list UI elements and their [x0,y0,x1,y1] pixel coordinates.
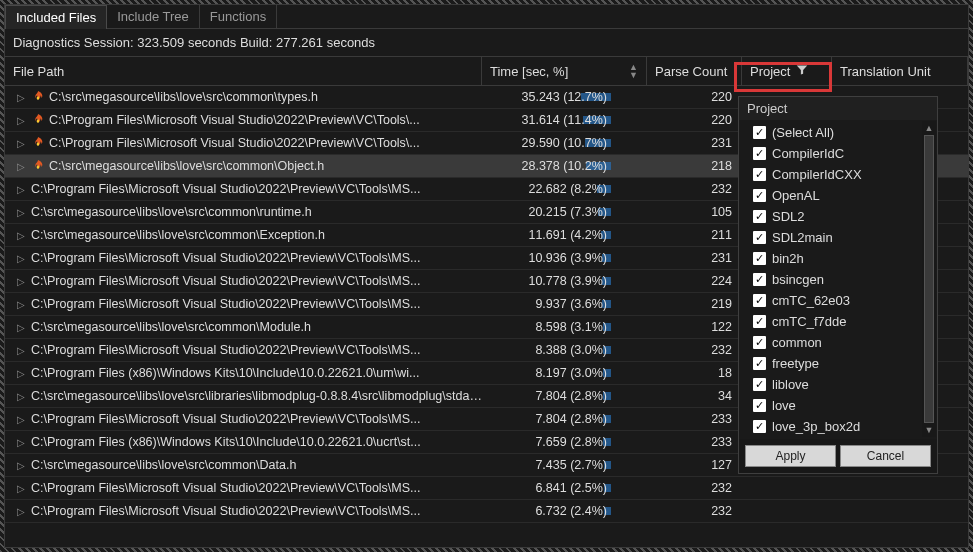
filter-item[interactable]: ✓CompilerIdC [739,143,937,164]
filter-item[interactable]: ✓love_3p_box2d [739,416,937,437]
filter-apply-button[interactable]: Apply [745,445,836,467]
scroll-thumb[interactable] [924,135,934,423]
tab-included-files[interactable]: Included Files [5,5,107,29]
checkbox-icon[interactable]: ✓ [753,210,766,223]
filter-item[interactable]: ✓freetype [739,353,937,374]
parse-count: 122 [647,320,742,334]
expand-icon[interactable]: ▷ [17,115,27,126]
filter-item[interactable]: ✓CompilerIdCXX [739,164,937,185]
filter-scrollbar[interactable]: ▲ ▼ [922,121,936,437]
filter-item-label: SDL2 [772,209,805,224]
checkbox-icon[interactable]: ✓ [753,273,766,286]
header-file-path[interactable]: File Path [5,57,482,85]
filter-item[interactable]: ✓OpenAL [739,185,937,206]
parse-count: 18 [647,366,742,380]
parse-count: 233 [647,412,742,426]
filter-item[interactable]: ✓common [739,332,937,353]
file-path-text: C:\Program Files (x86)\Windows Kits\10\I… [31,366,419,380]
scroll-down-icon[interactable]: ▼ [925,425,934,435]
parse-count: 224 [647,274,742,288]
checkbox-icon[interactable]: ✓ [753,147,766,160]
table-row[interactable]: ▷ C:\Program Files\Microsoft Visual Stud… [5,477,968,500]
filter-item[interactable]: ✓bsincgen [739,269,937,290]
flame-icon [31,136,45,150]
expand-icon[interactable]: ▷ [17,138,27,149]
filter-item-label: (Select All) [772,125,834,140]
filter-item[interactable]: ✓(Select All) [739,122,937,143]
parse-count: 105 [647,205,742,219]
time-value: 28.378 (10.2%) [522,159,607,173]
checkbox-icon[interactable]: ✓ [753,378,766,391]
expand-icon[interactable]: ▷ [17,92,27,103]
expand-icon[interactable]: ▷ [17,437,27,448]
expand-icon[interactable]: ▷ [17,414,27,425]
expand-icon[interactable]: ▷ [17,299,27,310]
expand-icon[interactable]: ▷ [17,161,27,172]
header-parse-count[interactable]: Parse Count [647,57,742,85]
parse-count: 231 [647,136,742,150]
checkbox-icon[interactable]: ✓ [753,252,766,265]
parse-count: 211 [647,228,742,242]
expand-icon[interactable]: ▷ [17,322,27,333]
filter-item[interactable]: ✓liblove [739,374,937,395]
filter-item[interactable]: ✓bin2h [739,248,937,269]
checkbox-icon[interactable]: ✓ [753,294,766,307]
checkbox-icon[interactable]: ✓ [753,399,766,412]
checkbox-icon[interactable]: ✓ [753,126,766,139]
expand-icon[interactable]: ▷ [17,460,27,471]
table-row[interactable]: ▷ C:\Program Files\Microsoft Visual Stud… [5,500,968,523]
time-value: 7.804 (2.8%) [535,389,607,403]
filter-item[interactable]: ✓cmTC_62e03 [739,290,937,311]
checkbox-icon[interactable]: ✓ [753,168,766,181]
filter-item-label: freetype [772,356,819,371]
header-translation-unit[interactable]: Translation Unit [832,57,968,85]
filter-icon[interactable] [796,64,808,79]
expand-icon[interactable]: ▷ [17,184,27,195]
filter-item-label: CompilerIdCXX [772,167,862,182]
sort-desc-icon: ▲▼ [629,63,638,79]
filter-item-label: CompilerIdC [772,146,844,161]
parse-count: 219 [647,297,742,311]
checkbox-icon[interactable]: ✓ [753,420,766,433]
expand-icon[interactable]: ▷ [17,506,27,517]
filter-item-label: OpenAL [772,188,820,203]
parse-count: 232 [647,343,742,357]
filter-item[interactable]: ✓love [739,395,937,416]
expand-icon[interactable]: ▷ [17,368,27,379]
filter-item[interactable]: ✓SDL2 [739,206,937,227]
tab-include-tree[interactable]: Include Tree [107,5,200,28]
tab-functions[interactable]: Functions [200,5,277,28]
expand-icon[interactable]: ▷ [17,483,27,494]
flame-icon [31,159,45,173]
checkbox-icon[interactable]: ✓ [753,336,766,349]
checkbox-icon[interactable]: ✓ [753,357,766,370]
expand-icon[interactable]: ▷ [17,207,27,218]
header-project[interactable]: Project [742,57,832,85]
filter-item[interactable]: ✓cmTC_f7dde [739,311,937,332]
checkbox-icon[interactable]: ✓ [753,315,766,328]
time-value: 8.598 (3.1%) [535,320,607,334]
file-path-text: C:\src\megasource\libs\love\src\librarie… [31,389,482,403]
file-path-text: C:\Program Files\Microsoft Visual Studio… [49,113,420,127]
expand-icon[interactable]: ▷ [17,230,27,241]
filter-list[interactable]: ✓(Select All)✓CompilerIdC✓CompilerIdCXX✓… [739,120,937,439]
expand-icon[interactable]: ▷ [17,345,27,356]
time-value: 35.243 (12.7%) [522,90,607,104]
filter-item[interactable]: ✓SDL2main [739,227,937,248]
session-info: Diagnostics Session: 323.509 seconds Bui… [5,29,968,56]
expand-icon[interactable]: ▷ [17,253,27,264]
checkbox-icon[interactable]: ✓ [753,189,766,202]
expand-icon[interactable]: ▷ [17,276,27,287]
file-path-text: C:\Program Files\Microsoft Visual Studio… [31,343,421,357]
file-path-text: C:\src\megasource\libs\love\src\common\D… [31,458,296,472]
parse-count: 220 [647,113,742,127]
checkbox-icon[interactable]: ✓ [753,231,766,244]
parse-count: 127 [647,458,742,472]
filter-cancel-button[interactable]: Cancel [840,445,931,467]
scroll-up-icon[interactable]: ▲ [925,123,934,133]
parse-count: 232 [647,504,742,518]
expand-icon[interactable]: ▷ [17,391,27,402]
header-time[interactable]: Time [sec, %] ▲▼ [482,57,647,85]
time-value: 7.435 (2.7%) [535,458,607,472]
file-path-text: C:\src\megasource\libs\love\src\common\r… [31,205,312,219]
